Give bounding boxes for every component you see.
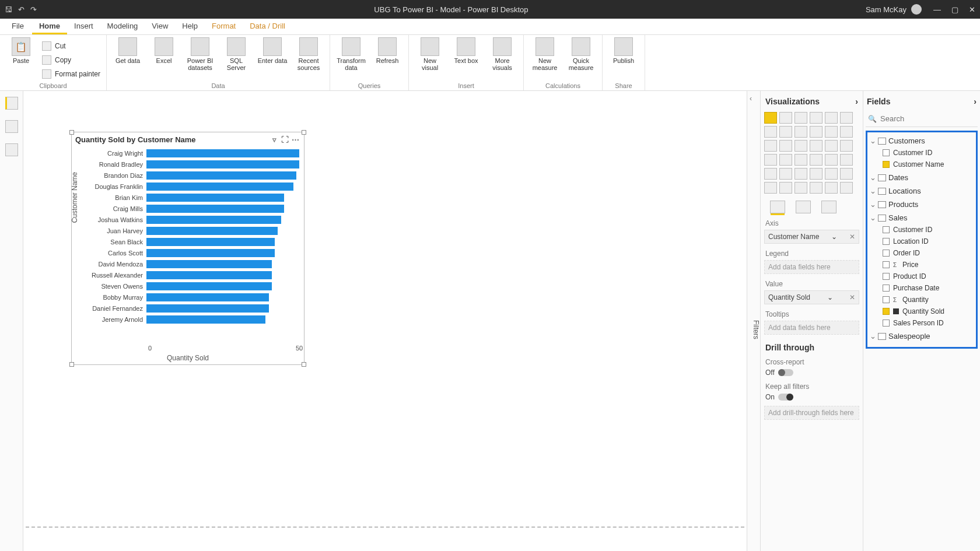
viz-type-icon[interactable] (825, 112, 838, 124)
viz-type-icon[interactable] (779, 182, 792, 194)
copy-button[interactable]: Copy (42, 54, 100, 66)
resize-handle[interactable] (302, 362, 306, 367)
filters-pane-collapsed[interactable]: ‹ Filters (747, 91, 761, 551)
viz-type-icon[interactable] (825, 126, 838, 138)
sql-server-button[interactable]: SQL Server (221, 37, 251, 71)
viz-type-icon[interactable] (810, 168, 822, 180)
field-quantity[interactable]: ΣQuantity (869, 294, 975, 306)
checkbox-icon[interactable] (883, 226, 890, 233)
checkbox-icon[interactable] (883, 250, 890, 257)
viz-type-icon[interactable] (840, 126, 853, 138)
viz-type-icon[interactable] (779, 126, 792, 138)
bar[interactable] (146, 271, 272, 279)
table-dates[interactable]: ⌄Dates (869, 171, 975, 184)
text-box-button[interactable]: Text box (451, 37, 481, 64)
viz-type-icon[interactable] (840, 154, 853, 166)
field-purchase-date[interactable]: Purchase Date (869, 282, 975, 294)
value-well[interactable]: Quantity Sold ⌄ ✕ (764, 290, 859, 304)
viz-type-icon[interactable] (764, 112, 777, 124)
field-customer-name[interactable]: Customer Name (869, 159, 975, 170)
field-customer-id[interactable]: Customer ID (869, 147, 975, 159)
viz-type-icon[interactable] (794, 168, 807, 180)
viz-type-icon[interactable] (794, 112, 807, 124)
chevron-down-icon[interactable]: ⌄ (827, 293, 833, 301)
bar[interactable] (146, 160, 299, 169)
chevron-down-icon[interactable]: ⌄ (831, 233, 837, 241)
viz-type-icon[interactable] (764, 140, 777, 152)
viz-type-icon[interactable] (825, 182, 838, 194)
more-options-icon[interactable]: ⋯ (290, 135, 300, 144)
bar[interactable] (146, 205, 284, 213)
field-quantity-sold[interactable]: Quantity Sold (869, 306, 975, 317)
bar-chart-visual[interactable]: Quantity Sold by Customer Name ▿ ⛶ ⋯ Cus… (71, 132, 304, 365)
filter-icon[interactable]: ▿ (269, 135, 279, 144)
viz-type-icon[interactable] (794, 154, 807, 166)
viz-type-icon[interactable] (840, 168, 853, 180)
cross-report-toggle[interactable]: Off (765, 368, 858, 377)
viz-type-icon[interactable] (779, 168, 792, 180)
undo-icon[interactable]: ↶ (18, 5, 24, 14)
recent-sources-button[interactable]: Recent sources (293, 37, 324, 71)
tab-data-drill[interactable]: Data / Drill (243, 19, 292, 34)
format-painter-button[interactable]: Format painter (42, 68, 100, 80)
checkbox-icon[interactable] (883, 261, 890, 268)
report-canvas[interactable]: Quantity Sold by Customer Name ▿ ⛶ ⋯ Cus… (23, 91, 747, 551)
axis-well[interactable]: Customer Name ⌄ ✕ (764, 230, 859, 244)
tab-home[interactable]: Home (32, 19, 67, 34)
viz-type-icon[interactable] (840, 140, 853, 152)
viz-type-icon[interactable] (810, 154, 822, 166)
bar[interactable] (146, 282, 272, 290)
bar[interactable] (146, 171, 296, 180)
viz-type-icon[interactable] (779, 140, 792, 152)
viz-type-icon[interactable] (794, 182, 807, 194)
chevron-left-icon[interactable]: ‹ (750, 94, 752, 103)
bar[interactable] (146, 304, 269, 313)
bar[interactable] (146, 149, 299, 157)
tab-format[interactable]: Format (205, 19, 243, 34)
remove-field-icon[interactable]: ✕ (849, 293, 855, 301)
bar[interactable] (146, 238, 275, 246)
viz-type-icon[interactable] (825, 140, 838, 152)
checkbox-icon[interactable] (883, 149, 890, 156)
viz-type-icon[interactable] (840, 182, 853, 194)
field-order-id[interactable]: Order ID (869, 247, 975, 259)
legend-well[interactable]: Add data fields here (764, 260, 859, 274)
checkbox-icon[interactable] (883, 320, 890, 327)
viz-type-icon[interactable] (810, 140, 822, 152)
format-tab-icon[interactable] (796, 201, 811, 213)
paste-button[interactable]: 📋Paste (6, 37, 36, 64)
close-icon[interactable]: ✕ (969, 5, 975, 14)
viz-type-icon[interactable] (810, 112, 822, 124)
resize-handle[interactable] (302, 130, 306, 135)
tab-insert[interactable]: Insert (67, 19, 100, 34)
new-measure-button[interactable]: New measure (530, 37, 560, 71)
checkbox-icon[interactable] (883, 273, 890, 280)
drill-through-well[interactable]: Add drill-through fields here (764, 406, 859, 420)
table-sales[interactable]: ⌄Sales (869, 212, 975, 224)
chevron-right-icon[interactable]: › (855, 97, 858, 106)
viz-type-icon[interactable] (810, 182, 822, 194)
checkbox-icon[interactable] (883, 238, 890, 245)
viz-type-icon[interactable] (825, 154, 838, 166)
cut-button[interactable]: Cut (42, 40, 100, 52)
resize-handle[interactable] (69, 130, 74, 135)
model-view-icon[interactable] (5, 143, 18, 156)
field-sales-person-id[interactable]: Sales Person ID (869, 317, 975, 329)
new-visual-button[interactable]: New visual (415, 37, 445, 71)
field-sales-customer-id[interactable]: Customer ID (869, 224, 975, 236)
analytics-tab-icon[interactable] (821, 201, 836, 213)
viz-type-icon[interactable] (779, 154, 792, 166)
table-customers[interactable]: ⌄Customers (869, 135, 975, 147)
bar[interactable] (146, 183, 293, 191)
chevron-right-icon[interactable]: › (974, 97, 977, 106)
minimize-icon[interactable]: — (933, 5, 941, 14)
resize-handle[interactable] (69, 362, 74, 367)
viz-type-icon[interactable] (779, 112, 792, 124)
quick-measure-button[interactable]: Quick measure (566, 37, 596, 71)
field-location-id[interactable]: Location ID (869, 236, 975, 247)
table-locations[interactable]: ⌄Locations (869, 185, 975, 197)
redo-icon[interactable]: ↷ (30, 5, 37, 14)
viz-type-icon[interactable] (764, 126, 777, 138)
checkbox-icon[interactable] (883, 308, 890, 315)
user-account[interactable]: Sam McKay (866, 4, 922, 15)
